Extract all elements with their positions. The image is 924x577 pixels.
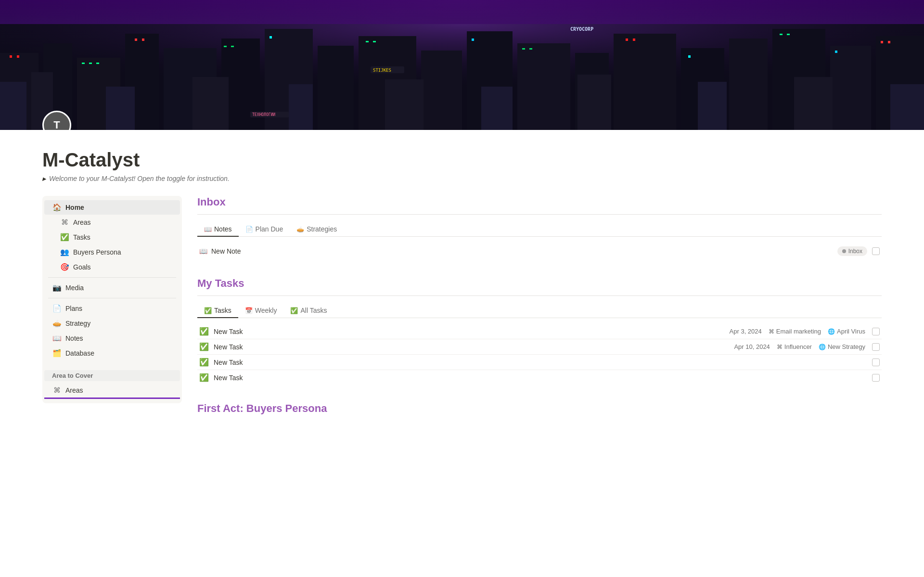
svg-rect-29: [82, 63, 85, 64]
areas-icon: ⌘: [60, 218, 69, 227]
svg-rect-32: [224, 46, 227, 47]
sidebar-divider-1: [48, 277, 176, 278]
my-tasks-title: My Tasks: [197, 277, 882, 290]
sidebar: 🏠 Home ⌘ Areas ✅ Tasks 👥 Buyers Persona …: [42, 196, 182, 403]
sidebar-item-media[interactable]: 📷 Media: [44, 281, 180, 295]
task-tag-1-2: 🌐 New Strategy: [819, 343, 865, 350]
svg-rect-59: [481, 87, 513, 130]
new-note-icon: 📖: [199, 247, 207, 255]
task-check-icon-2: ✅: [199, 358, 209, 367]
svg-rect-17: [729, 38, 768, 130]
svg-rect-33: [231, 46, 234, 47]
inbox-badge: Inbox: [837, 246, 867, 256]
svg-rect-61: [698, 82, 727, 130]
inbox-dot: [842, 249, 846, 253]
svg-rect-23: [135, 38, 137, 41]
sidebar-item-strategy[interactable]: 🥧 Strategy: [44, 316, 180, 331]
task-tag-0-1: ⌘ Email marketing: [769, 328, 821, 335]
toggle-arrow[interactable]: ▶: [42, 176, 46, 181]
svg-rect-25: [626, 38, 628, 41]
first-act-section: First Act: Buyers Persona: [197, 402, 882, 415]
tasks-tab-tasks[interactable]: ✅ Tasks: [197, 304, 238, 318]
task-checkbox-2[interactable]: [872, 359, 880, 366]
task-meta-1: Apr 10, 2024 ⌘ Influencer 🌐 New Strategy: [734, 343, 880, 351]
tab-tasks-icon: ✅: [204, 307, 212, 314]
tasks-divider: [197, 295, 882, 296]
main-layout: 🏠 Home ⌘ Areas ✅ Tasks 👥 Buyers Persona …: [42, 196, 882, 432]
tab-strategies-icon: 🥧: [296, 226, 304, 233]
tag-icon-1-2: 🌐: [819, 344, 826, 350]
banner-skyline: STIJKES ТЕХНОЛОГИИ CRYOCORP CYRDYNAMIC G…: [0, 24, 924, 130]
svg-rect-40: [270, 36, 272, 38]
inbox-divider: [197, 214, 882, 215]
area-section-title: Area to Cover: [44, 370, 180, 381]
svg-rect-28: [888, 41, 890, 43]
inbox-tab-strategies[interactable]: 🥧 Strategies: [290, 222, 344, 237]
svg-rect-22: [17, 55, 19, 58]
svg-rect-42: [688, 55, 691, 58]
svg-rect-36: [522, 48, 525, 50]
areas2-icon: ⌘: [52, 386, 62, 395]
task-row-0: ✅ New Task Apr 3, 2024 ⌘ Email marketing…: [197, 324, 882, 339]
svg-rect-62: [794, 77, 833, 130]
page-title: M-Catalyst: [42, 149, 882, 171]
sidebar-item-areas2[interactable]: ⌘ Areas: [44, 383, 180, 399]
svg-rect-21: [10, 55, 12, 58]
task-tag-1-1: ⌘ Influencer: [777, 343, 812, 350]
page-subtitle: ▶ Welcome to your M-Catalyst! Open the t…: [42, 175, 882, 182]
svg-rect-56: [192, 77, 229, 130]
strategy-icon: 🥧: [52, 319, 62, 328]
buyers-persona-icon: 👥: [60, 248, 69, 256]
svg-rect-37: [529, 48, 532, 50]
inbox-note-checkbox[interactable]: [872, 247, 880, 255]
task-check-icon-1: ✅: [199, 342, 209, 351]
tasks-tabs: ✅ Tasks 📅 Weekly ✅ All Tasks: [197, 304, 882, 318]
svg-rect-27: [881, 41, 883, 43]
task-meta-3: [872, 374, 880, 382]
task-check-icon-3: ✅: [199, 373, 209, 382]
area-section: Area to Cover ⌘ Areas: [42, 370, 182, 399]
sidebar-item-goals[interactable]: 🎯 Goals: [44, 260, 180, 274]
svg-rect-24: [142, 38, 144, 41]
goals-icon: 🎯: [60, 263, 69, 271]
svg-rect-19: [830, 46, 871, 130]
sidebar-item-home[interactable]: 🏠 Home: [44, 200, 180, 215]
task-checkbox-1[interactable]: [872, 343, 880, 351]
svg-rect-39: [787, 34, 790, 35]
sidebar-item-tasks[interactable]: ✅ Tasks: [44, 230, 180, 244]
plans-icon: 📄: [52, 304, 62, 313]
inbox-tab-notes[interactable]: 📖 Notes: [197, 222, 239, 237]
svg-rect-53: [0, 82, 26, 130]
inbox-section: Inbox 📖 Notes 📄 Plan Due 🥧 Strategies: [197, 196, 882, 260]
sidebar-item-buyers-persona[interactable]: 👥 Buyers Persona: [44, 245, 180, 259]
home-icon: 🏠: [52, 203, 62, 212]
task-check-icon-0: ✅: [199, 327, 209, 336]
svg-rect-13: [517, 43, 570, 130]
my-tasks-section: My Tasks ✅ Tasks 📅 Weekly ✅ All Tasks: [197, 277, 882, 385]
sidebar-item-plans[interactable]: 📄 Plans: [44, 301, 180, 316]
main-content: Inbox 📖 Notes 📄 Plan Due 🥧 Strategies: [197, 196, 882, 432]
tasks-tab-weekly[interactable]: 📅 Weekly: [238, 304, 284, 318]
svg-rect-43: [835, 51, 837, 53]
tasks-tab-all[interactable]: ✅ All Tasks: [283, 304, 334, 318]
svg-rect-34: [366, 41, 369, 42]
svg-text:STIJKES: STIJKES: [373, 68, 391, 73]
sidebar-item-areas[interactable]: ⌘ Areas: [44, 215, 180, 230]
banner: STIJKES ТЕХНОЛОГИИ CRYOCORP CYRDYNAMIC G…: [0, 0, 924, 130]
tag-icon-0-2: 🌐: [828, 328, 835, 335]
task-checkbox-3[interactable]: [872, 374, 880, 382]
tab-weekly-icon: 📅: [245, 307, 253, 314]
tab-plan-icon: 📄: [245, 226, 253, 233]
tag-icon-1-1: ⌘: [777, 344, 783, 350]
page-content: M-Catalyst ▶ Welcome to your M-Catalyst!…: [0, 130, 924, 432]
media-icon: 📷: [52, 283, 62, 292]
task-row-1: ✅ New Task Apr 10, 2024 ⌘ Influencer 🌐 N…: [197, 339, 882, 355]
sidebar-item-notes[interactable]: 📖 Notes: [44, 331, 180, 346]
inbox-tab-plan-due[interactable]: 📄 Plan Due: [239, 222, 290, 237]
svg-rect-35: [373, 41, 376, 42]
task-checkbox-0[interactable]: [872, 328, 880, 335]
svg-rect-11: [421, 51, 462, 130]
sidebar-item-database[interactable]: 🗂️ Database: [44, 346, 180, 360]
inbox-new-note-row: 📖 New Note Inbox: [197, 243, 882, 260]
inbox-title: Inbox: [197, 196, 882, 208]
